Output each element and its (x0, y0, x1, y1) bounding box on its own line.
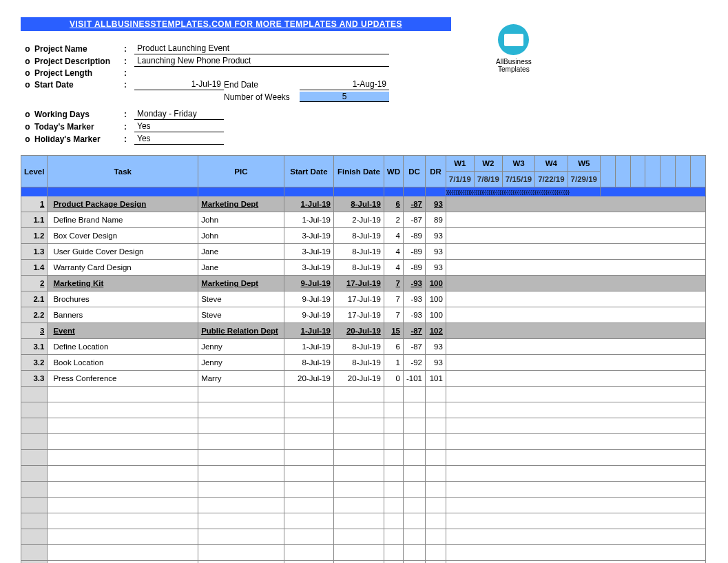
cell-task[interactable]: Warranty Card Design (48, 260, 198, 276)
col-level[interactable]: Level (21, 156, 48, 187)
cell-wd[interactable]: 7 (384, 291, 403, 307)
cell-level[interactable]: 1 (21, 196, 48, 212)
col-task[interactable]: Task (48, 156, 198, 187)
table-row[interactable]: 2.1BrochuresSteve9-Jul-1917-Jul-197-9310… (21, 291, 706, 307)
cell-start[interactable]: 9-Jul-19 (284, 276, 333, 291)
cell-start[interactable]: 1-Jul-19 (284, 212, 333, 228)
cell-finish[interactable]: 8-Jul-19 (333, 244, 384, 260)
cell-level[interactable]: 1.2 (21, 228, 48, 244)
cell-level[interactable]: 3.3 (21, 371, 48, 387)
cell-task[interactable]: Marketing Kit (48, 276, 198, 291)
table-row-empty[interactable] (21, 498, 706, 513)
table-row-empty[interactable] (21, 434, 706, 450)
table-row-empty[interactable] (21, 529, 706, 545)
table-row[interactable]: 3.1Define LocationJenny1-Jul-198-Jul-196… (21, 339, 706, 355)
cell-finish[interactable]: 8-Jul-19 (333, 355, 384, 371)
cell-task[interactable]: Press Conference (48, 371, 198, 387)
value-end-date[interactable]: 1-Aug-19 (300, 79, 389, 90)
cell-pic[interactable]: Marketing Dept (198, 276, 284, 291)
cell-finish[interactable]: 20-Jul-19 (333, 371, 384, 387)
cell-task[interactable]: Brochures (48, 291, 198, 307)
cell-start[interactable]: 9-Jul-19 (284, 291, 333, 307)
col-w3[interactable]: W3 (502, 156, 534, 172)
cell-dc[interactable]: -87 (403, 339, 425, 355)
cell-finish[interactable]: 17-Jul-19 (333, 276, 384, 291)
cell-wd[interactable]: 6 (384, 339, 403, 355)
cell-dr[interactable]: 93 (426, 228, 446, 244)
cell-wd[interactable]: 7 (384, 276, 403, 291)
cell-dr[interactable]: 100 (426, 307, 446, 323)
cell-start[interactable]: 8-Jul-19 (284, 355, 333, 371)
table-row[interactable]: 1.3User Guide Cover DesignJane3-Jul-198-… (21, 244, 706, 260)
cell-finish[interactable]: 8-Jul-19 (333, 228, 384, 244)
cell-level[interactable]: 2 (21, 276, 48, 291)
table-row-empty[interactable] (21, 513, 706, 529)
cell-wd[interactable]: 7 (384, 307, 403, 323)
cell-task[interactable]: Box Cover Design (48, 228, 198, 244)
cell-pic[interactable]: Steve (198, 291, 284, 307)
cell-dc[interactable]: -93 (403, 291, 425, 307)
cell-finish[interactable]: 2-Jul-19 (333, 212, 384, 228)
cell-dr[interactable]: 93 (426, 339, 446, 355)
cell-dc[interactable]: -93 (403, 307, 425, 323)
cell-dr[interactable]: 102 (426, 323, 446, 339)
col-dc[interactable]: DC (403, 156, 425, 187)
value-holidays-marker[interactable]: Yes (134, 134, 224, 145)
cell-dc[interactable]: -92 (403, 355, 425, 371)
cell-pic[interactable]: Jenny (198, 339, 284, 355)
cell-wd[interactable]: 4 (384, 228, 403, 244)
cell-pic[interactable]: John (198, 228, 284, 244)
value-project-name[interactable]: Product Launching Event (134, 43, 389, 54)
cell-wd[interactable]: 15 (384, 323, 403, 339)
table-row[interactable]: 2Marketing KitMarketing Dept9-Jul-1917-J… (21, 276, 706, 291)
cell-start[interactable]: 1-Jul-19 (284, 323, 333, 339)
cell-start[interactable]: 1-Jul-19 (284, 196, 333, 212)
cell-start[interactable]: 3-Jul-19 (284, 244, 333, 260)
table-row[interactable]: 2.2BannersSteve9-Jul-1917-Jul-197-93100 (21, 307, 706, 323)
cell-dc[interactable]: -89 (403, 260, 425, 276)
cell-wd[interactable]: 1 (384, 355, 403, 371)
col-dr[interactable]: DR (426, 156, 446, 187)
col-finish[interactable]: Finish Date (333, 156, 384, 187)
cell-pic[interactable]: John (198, 212, 284, 228)
cell-task[interactable]: Event (48, 323, 198, 339)
cell-level[interactable]: 1.3 (21, 244, 48, 260)
cell-finish[interactable]: 8-Jul-19 (333, 196, 384, 212)
table-row[interactable]: 3.2Book LocationJenny8-Jul-198-Jul-191-9… (21, 355, 706, 371)
banner-link[interactable]: VISIT ALLBUSINESSTEMPLATES.COM FOR MORE … (21, 17, 451, 31)
cell-finish[interactable]: 8-Jul-19 (333, 260, 384, 276)
cell-finish[interactable]: 20-Jul-19 (333, 323, 384, 339)
cell-start[interactable]: 1-Jul-19 (284, 339, 333, 355)
cell-pic[interactable]: Jenny (198, 355, 284, 371)
cell-pic[interactable]: Marry (198, 371, 284, 387)
cell-dr[interactable]: 101 (426, 371, 446, 387)
cell-dc[interactable]: -87 (403, 323, 425, 339)
cell-level[interactable]: 1.1 (21, 212, 48, 228)
cell-dr[interactable]: 100 (426, 291, 446, 307)
table-row-empty[interactable] (21, 418, 706, 434)
cell-finish[interactable]: 17-Jul-19 (333, 291, 384, 307)
col-w1[interactable]: W1 (446, 156, 474, 172)
cell-dr[interactable]: 93 (426, 260, 446, 276)
table-row-empty[interactable] (21, 450, 706, 466)
cell-level[interactable]: 3 (21, 323, 48, 339)
cell-wd[interactable]: 2 (384, 212, 403, 228)
cell-pic[interactable]: Public Relation Dept (198, 323, 284, 339)
col-wd[interactable]: WD (384, 156, 403, 187)
cell-dr[interactable]: 100 (426, 276, 446, 291)
cell-start[interactable]: 20-Jul-19 (284, 371, 333, 387)
cell-wd[interactable]: 4 (384, 260, 403, 276)
cell-dr[interactable]: 89 (426, 212, 446, 228)
cell-level[interactable]: 2.1 (21, 291, 48, 307)
table-row[interactable]: 1.4Warranty Card DesignJane3-Jul-198-Jul… (21, 260, 706, 276)
table-row[interactable]: 3EventPublic Relation Dept1-Jul-1920-Jul… (21, 323, 706, 339)
cell-level[interactable]: 1.4 (21, 260, 48, 276)
value-todays-marker[interactable]: Yes (134, 121, 224, 132)
value-working-days[interactable]: Monday - Friday (134, 109, 224, 120)
cell-wd[interactable]: 0 (384, 371, 403, 387)
cell-start[interactable]: 3-Jul-19 (284, 260, 333, 276)
table-row-empty[interactable] (21, 561, 706, 564)
table-row-empty[interactable] (21, 402, 706, 418)
cell-level[interactable]: 2.2 (21, 307, 48, 323)
table-row-empty[interactable] (21, 482, 706, 498)
